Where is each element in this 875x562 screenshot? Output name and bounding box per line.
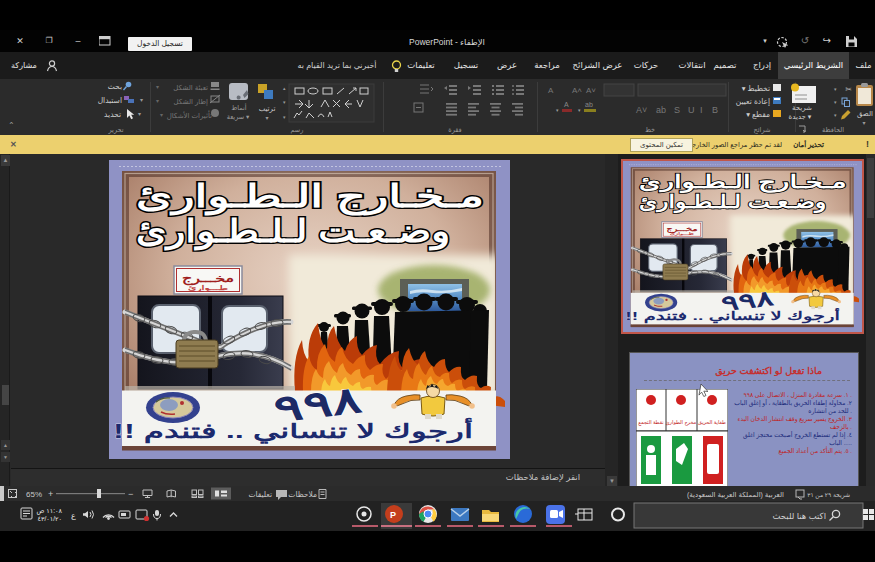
svg-text:▾: ▾ <box>156 98 159 104</box>
svg-text:▾: ▾ <box>578 107 581 113</box>
svg-text:استبدال: استبدال <box>98 96 122 105</box>
svg-text:تخطيط ▾: تخطيط ▾ <box>742 84 770 93</box>
svg-text:بحث: بحث <box>108 82 122 91</box>
svg-text:إعادة تعيين: إعادة تعيين <box>736 97 770 106</box>
svg-text:▾: ▾ <box>834 99 837 105</box>
svg-text:S: S <box>674 105 680 115</box>
svg-text:▴: ▴ <box>283 85 286 91</box>
svg-text:✂: ✂ <box>845 85 852 94</box>
svg-text:تحديد: تحديد <box>104 110 121 119</box>
svg-text:A˅: A˅ <box>636 105 647 115</box>
svg-text:تعليقات: تعليقات <box>248 490 272 499</box>
svg-text:B: B <box>712 105 718 115</box>
svg-text:جديدة ▾: جديدة ▾ <box>789 113 812 120</box>
svg-text:+: + <box>48 489 53 499</box>
svg-text:A˅: A˅ <box>586 86 596 95</box>
svg-text:▾: ▾ <box>556 107 559 113</box>
svg-text:سريعة ▾: سريعة ▾ <box>227 113 250 121</box>
svg-text:▾: ▾ <box>156 84 159 90</box>
svg-text:A˄: A˄ <box>572 86 582 95</box>
svg-text:١١:٠٨ ص: ١١:٠٨ ص <box>37 507 63 515</box>
svg-text:الصق: الصق <box>857 110 873 118</box>
svg-text:▾: ▾ <box>834 86 837 92</box>
svg-text:شريحة ٢٩ من ٣١: شريحة ٢٩ من ٣١ <box>807 492 850 499</box>
svg-text:نقطة التجمع: نقطة التجمع <box>638 419 663 426</box>
svg-text:A: A <box>564 101 569 108</box>
svg-text:شريحة: شريحة <box>792 104 812 112</box>
svg-text:▾: ▾ <box>160 112 163 118</box>
svg-text:تأثيرات الأشكال: تأثيرات الأشكال <box>167 110 212 120</box>
svg-text:▾: ▾ <box>140 97 143 103</box>
svg-text:A: A <box>548 86 554 95</box>
svg-text:65%: 65% <box>26 490 42 499</box>
svg-text:ملاحظات: ملاحظات <box>288 490 317 499</box>
svg-text:ab: ab <box>656 105 666 115</box>
svg-text:ع: ع <box>71 511 76 520</box>
svg-text:−: − <box>128 489 133 499</box>
svg-text:I: I <box>700 105 703 115</box>
svg-text:ترتيب: ترتيب <box>259 105 276 113</box>
svg-text:مقطع ▾: مقطع ▾ <box>746 110 770 119</box>
svg-text:طفاية الحريق: طفاية الحريق <box>698 419 726 425</box>
svg-text:تعبئة الشكل: تعبئة الشكل <box>173 84 208 91</box>
svg-text:اكتب هنا للبحث: اكتب هنا للبحث <box>773 511 826 521</box>
svg-text:P: P <box>390 510 396 520</box>
svg-text:ab: ab <box>585 101 593 108</box>
svg-text:▾: ▾ <box>862 120 865 126</box>
svg-text:العربية (المملكة العربية السعو: العربية (المملكة العربية السعودية) <box>687 491 784 499</box>
svg-text:مخرج الطوارئ: مخرج الطوارئ <box>666 419 697 426</box>
svg-text:▾: ▾ <box>283 99 286 105</box>
svg-text:٤٣/٠١/٢٠: ٤٣/٠١/٢٠ <box>37 515 62 522</box>
svg-text:▾: ▾ <box>283 114 286 120</box>
svg-text:▾: ▾ <box>265 115 268 121</box>
svg-text:▾: ▾ <box>834 112 837 118</box>
svg-text:▾: ▾ <box>138 111 141 117</box>
svg-text:U: U <box>688 105 695 115</box>
svg-text:أنماط: أنماط <box>231 103 247 111</box>
svg-text:إطار الشكل: إطار الشكل <box>174 98 209 106</box>
